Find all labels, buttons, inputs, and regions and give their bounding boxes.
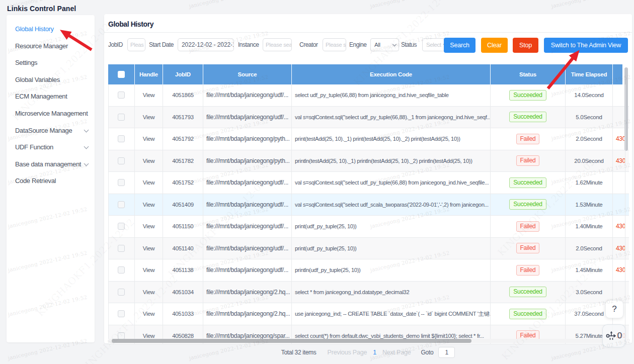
sidebar-item-global-variables[interactable]: Global Variables [7,71,95,88]
sidebar-item-global-history[interactable]: Global History [7,21,95,38]
status-cell: Failed [491,150,566,172]
engine-select[interactable]: All [370,38,399,51]
row-checkbox[interactable] [118,179,125,186]
handle-cell[interactable]: View [135,172,163,194]
row-checkbox[interactable] [118,310,125,317]
row-checkbox-cell [108,259,135,281]
sidebar-item-datasource-manage[interactable]: DataSource Manage [7,122,95,139]
row-checkbox[interactable] [118,245,125,252]
status-cell: Succeeded [491,107,566,128]
error-cell: 430 [613,238,629,259]
horizontal-scrollbar[interactable] [112,339,471,343]
sidebar-item-label: Global Variables [15,76,60,83]
handle-cell[interactable]: View [135,128,163,150]
goto-label: Goto [421,349,433,356]
status-select[interactable]: Select [422,38,445,51]
row-checkbox[interactable] [118,266,125,274]
instance-input[interactable]: Please sea [263,38,292,51]
table-row: View4051792file:///mnt/bdap/janicegong/p… [108,128,629,150]
time-cell: 3.0Second [566,282,613,303]
sidebar-item-udf-function[interactable]: UDF Function [7,139,95,156]
handle-cell[interactable]: View [135,282,163,303]
handle-cell[interactable]: View [135,194,163,216]
column-header-status: Status [491,64,566,84]
sidebar-item-label: Base data management [15,160,81,168]
source-cell: file:///mnt/bdap/janicegong/udf/... [203,238,292,259]
sidebar-item-label: DataSource Manage [15,127,72,134]
row-checkbox-cell [108,128,135,150]
status-label: Status [401,41,417,48]
table-row: View4051752file:///mnt/bdap/janicegong/u… [108,172,629,194]
status-cell: Succeeded [491,303,566,325]
monitor-count: 0 [617,331,622,341]
watermark-text: janicegong 2022-12-02 19:52 [188,0,269,9]
sidebar-menu: Global HistoryResource ManagerSettingsGl… [7,15,95,190]
chevron-down-icon [392,42,397,46]
switch-admin-view-button[interactable]: Switch to The Admin View [544,38,628,53]
chevron-down-icon [84,127,89,132]
status-badge: Succeeded [509,112,546,122]
sidebar-item-resource-manager[interactable]: Resource Manager [7,38,95,55]
row-checkbox[interactable] [118,114,125,121]
clear-button[interactable]: Clear [481,38,508,53]
handle-cell[interactable]: View [135,216,163,237]
previous-page-button[interactable]: Previous Page [328,349,367,356]
jobid-cell: 4051865 [163,84,203,106]
row-checkbox[interactable] [118,201,125,208]
error-cell: 430 [613,259,629,281]
row-checkbox[interactable] [118,135,125,142]
traffic-monitor-icon [606,330,617,341]
stop-button[interactable]: Stop [513,38,538,53]
handle-cell[interactable]: View [135,150,163,172]
select-all-checkbox[interactable] [118,71,125,78]
table-row: View4051150file:///mnt/bdap/janicegong/u… [108,216,629,238]
horizontal-scrollbar-track [108,339,625,343]
status-cell: Failed [491,216,566,237]
time-cell: 1.45Minute [566,259,613,281]
sidebar-item-base-data-management[interactable]: Base data management [7,156,95,173]
column-header-time-elapsed: Time Elapsed [566,64,613,84]
creator-input[interactable]: Please s [323,38,346,51]
handle-cell[interactable]: View [135,238,163,259]
chevron-down-icon [84,161,89,166]
sidebar-item-settings[interactable]: Settings [7,54,95,71]
sidebar-item-microservice-management[interactable]: Microservice Management [7,105,95,122]
row-checkbox-cell [108,194,135,216]
handle-cell[interactable]: View [135,84,163,106]
help-button[interactable]: ? [605,300,623,318]
row-checkbox[interactable] [118,223,125,230]
source-cell: file:///mnt/bdap/janicegong/2.hq... [203,303,292,325]
goto-page-input[interactable]: 1 [438,347,455,358]
search-button[interactable]: Search [444,38,476,53]
row-checkbox-cell [108,282,135,303]
table-row: View4051865file:///mnt/bdap/janicegong/u… [108,84,629,107]
pagination: Total 32 items Previous Page 1 Next Page… [104,346,632,359]
handle-cell[interactable]: View [135,303,163,325]
handle-cell[interactable]: View [135,259,163,281]
row-checkbox-cell [108,150,135,172]
engine-select-value: All [374,39,380,51]
code-cell: val s=sqlContext.sql("select udf_py_tupl… [292,172,491,194]
status-cell: Succeeded [491,172,566,194]
sidebar-item-label: Microservice Management [15,110,88,117]
sidebar-item-code-retrieval[interactable]: Code Retrieval [7,172,95,190]
monitor-widget-button[interactable]: 0 [602,324,625,347]
row-checkbox-cell [108,84,135,106]
status-cell: Failed [491,128,566,150]
row-checkbox[interactable] [118,332,125,339]
row-checkbox[interactable] [118,92,125,99]
jobid-input[interactable]: Pleas [127,38,145,51]
status-cell: Failed [491,259,566,281]
column-header-source: Source [203,64,292,84]
sidebar: Global HistoryResource ManagerSettingsGl… [7,15,95,342]
sidebar-item-ecm-management[interactable]: ECM Management [7,88,95,105]
source-cell: file:///mnt/bdap/janicegong/pyth... [203,150,292,172]
start-date-input[interactable]: 2022-12-02 - 2022-12-02 [178,38,234,51]
handle-cell[interactable]: View [135,107,163,128]
code-cell: println(udf_py_tuple(25, 10)) [292,259,491,281]
current-page[interactable]: 1 [373,349,376,356]
row-checkbox[interactable] [118,157,125,164]
row-checkbox[interactable] [118,289,125,296]
error-cell [613,194,629,216]
next-page-button[interactable]: Next Page [382,349,411,356]
